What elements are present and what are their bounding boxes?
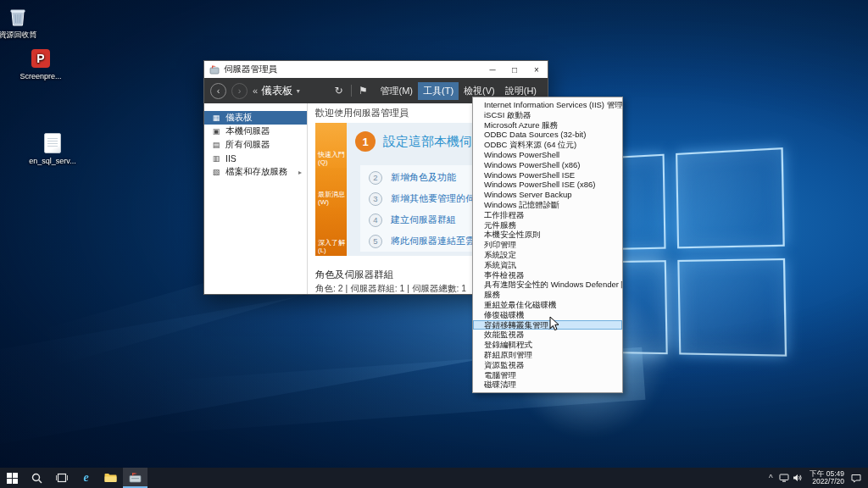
minimize-button[interactable]: ─ — [481, 61, 504, 78]
step-link[interactable]: 建立伺服器群組 — [391, 214, 456, 226]
breadcrumb[interactable]: « 儀表板 ▾ — [253, 84, 300, 98]
screenpresso-icon: P — [30, 47, 52, 69]
tools-menu-item[interactable]: 事件檢視器 — [473, 270, 622, 280]
close-button[interactable]: × — [526, 61, 548, 78]
action-center-icon[interactable] — [849, 474, 863, 483]
tools-menu-item[interactable]: 重組並最佳化磁碟機 — [473, 300, 622, 310]
tools-menu-item[interactable]: 電腦管理 — [473, 370, 622, 380]
sidebar-item[interactable]: ▧ 檔案和存放服務 ▸ — [204, 165, 307, 179]
task-view-icon — [56, 473, 68, 483]
tools-menu-item[interactable]: 具有進階安全性的 Windows Defender 防火牆 — [473, 280, 622, 290]
sidebar-item-label: IIS — [225, 153, 236, 164]
sidebar-item-icon: ▣ — [212, 127, 220, 136]
quickstart-strip: 快速入門(Q) 最新消息(W) 深入了解(L) — [315, 123, 347, 256]
screenpresso-desktop-icon[interactable]: P Screenpre... — [16, 47, 65, 80]
screenpresso-logo: P — [31, 49, 50, 68]
quickstart-label: 最新消息(W) — [318, 191, 346, 206]
sidebar-item-label: 檔案和存放服務 — [225, 166, 288, 178]
sidebar-item[interactable]: ▥ IIS — [204, 152, 307, 165]
network-icon[interactable] — [777, 474, 791, 482]
sidebar-item[interactable]: ▣ 本機伺服器 — [204, 125, 307, 138]
tools-menu-item[interactable]: Windows Server Backup — [473, 190, 622, 200]
tools-menu-item[interactable]: Windows PowerShell ISE (x86) — [473, 180, 622, 190]
roles-summary: 角色: 2 | 伺服器群組: 1 | 伺服器總數: 1 — [315, 283, 466, 295]
quickstart-block[interactable]: 深入了解(L) — [315, 208, 347, 256]
sidebar-item-label: 儀表板 — [225, 112, 253, 124]
sql-server-file-desktop-icon[interactable]: en_sql_serv... — [28, 132, 77, 165]
tools-menu-item[interactable]: 列印管理 — [473, 240, 622, 250]
hidden-icons-chevron[interactable]: ^ — [764, 474, 777, 483]
breadcrumb-collapse-icon: « — [253, 86, 258, 96]
maximize-button[interactable]: □ — [504, 61, 526, 78]
file-explorer-button[interactable] — [98, 468, 123, 488]
mouse-cursor — [549, 316, 559, 335]
forward-button[interactable]: › — [231, 83, 248, 99]
server-manager-app-icon — [209, 64, 220, 75]
step-number: 5 — [369, 235, 382, 248]
back-button[interactable]: ‹ — [210, 83, 226, 99]
search-icon — [31, 473, 42, 484]
sidebar-item[interactable]: ▤ 所有伺服器 — [204, 138, 307, 152]
notifications-flag-icon[interactable]: ⚑ — [357, 85, 370, 97]
taskbar: e ^ 下午 05:49 2 — [0, 468, 868, 488]
desktop-icon-label: 資源回收筒 — [0, 30, 42, 39]
internet-explorer-button[interactable]: e — [74, 468, 98, 488]
tools-menu-item[interactable]: ODBC 資料來源 (64 位元) — [473, 140, 622, 150]
titlebar[interactable]: 伺服器管理員 ─ □ × — [204, 61, 548, 78]
tools-menu-item[interactable]: ODBC Data Sources (32-bit) — [473, 130, 622, 140]
tools-menu-item[interactable]: Internet Information Services (IIS) 管理員 — [473, 100, 622, 110]
step-number: 3 — [369, 192, 382, 206]
tools-menu-item[interactable]: Windows PowerShell — [473, 150, 622, 160]
tools-menu-item[interactable]: 登錄編輯程式 — [473, 340, 622, 350]
quickstart-label: 快速入門(Q) — [318, 151, 346, 166]
step-number: 4 — [369, 214, 382, 227]
tools-menu-item[interactable]: iSCSI 啟動器 — [473, 110, 622, 120]
tools-menu-item[interactable]: Microsoft Azure 服務 — [473, 120, 622, 130]
sidebar-item-label: 所有伺服器 — [225, 139, 270, 151]
step-number: 2 — [369, 171, 382, 185]
tools-menu-item[interactable]: Windows PowerShell ISE — [473, 170, 622, 180]
tools-menu-item[interactable]: 資源監視器 — [473, 360, 622, 370]
sidebar-item[interactable]: ▦ 儀表板 — [204, 111, 307, 125]
tools-menu-item[interactable]: 服務 — [473, 290, 622, 300]
tools-menu-item[interactable]: 磁碟清理 — [473, 380, 622, 390]
menubar-item[interactable]: 工具(T) — [418, 82, 459, 100]
tools-menu-item[interactable]: 容錯移轉叢集管理員 — [473, 320, 622, 330]
tools-menu-item[interactable]: 元件服務 — [473, 220, 622, 230]
quickstart-label: 深入了解(L) — [318, 239, 346, 254]
tools-menu-item[interactable]: 群組原則管理 — [473, 350, 622, 360]
task-view-button[interactable] — [49, 468, 74, 488]
tools-menu-item[interactable]: 系統資訊 — [473, 260, 622, 270]
desktop-icon-label: en_sql_serv... — [28, 157, 77, 165]
window-title: 伺服器管理員 — [224, 64, 477, 75]
server-manager-taskbar-button[interactable] — [123, 468, 147, 488]
sidebar-item-label: 本機伺服器 — [225, 125, 270, 137]
quickstart-block[interactable]: 最新消息(W) — [315, 168, 347, 208]
tools-menu-item[interactable]: Windows PowerShell (x86) — [473, 160, 622, 170]
system-tray: ^ 下午 05:49 2022/7/20 — [764, 468, 868, 488]
step-link[interactable]: 新增角色及功能 — [391, 171, 456, 184]
tools-menu-item[interactable]: Windows 記憶體診斷 — [473, 200, 622, 210]
desktop-icon-label: Screenpre... — [16, 72, 65, 80]
recycle-bin-desktop-icon[interactable]: 資源回收筒 — [0, 6, 42, 39]
recycle-bin-icon — [7, 6, 29, 28]
tools-menu-item[interactable]: 修復磁碟機 — [473, 310, 622, 320]
tools-menu-item[interactable]: 效能監視器 — [473, 330, 622, 340]
sidebar-nav: ▦ 儀表板 ▣ 本機伺服器 ▤ 所有伺服器 ▥ IIS — [204, 103, 308, 294]
start-button[interactable] — [0, 468, 25, 488]
tools-menu-item[interactable]: 本機安全性原則 — [473, 230, 622, 240]
volume-icon[interactable] — [791, 474, 804, 482]
step-number: 1 — [355, 131, 376, 152]
windows-start-icon — [7, 473, 18, 484]
tools-menu-item[interactable]: 系統設定 — [473, 250, 622, 260]
quickstart-block[interactable]: 快速入門(Q) — [315, 123, 347, 168]
file-icon — [42, 132, 64, 154]
sidebar-item-icon: ▤ — [212, 141, 220, 149]
refresh-icon[interactable]: ↻ — [332, 85, 346, 97]
taskbar-clock[interactable]: 下午 05:49 2022/7/20 — [804, 470, 849, 486]
internet-explorer-icon: e — [83, 471, 88, 485]
chevron-down-icon: ▾ — [297, 87, 300, 95]
menubar-item[interactable]: 管理(M) — [376, 82, 419, 100]
search-button[interactable] — [25, 468, 49, 488]
tools-menu-item[interactable]: 工作排程器 — [473, 210, 622, 220]
